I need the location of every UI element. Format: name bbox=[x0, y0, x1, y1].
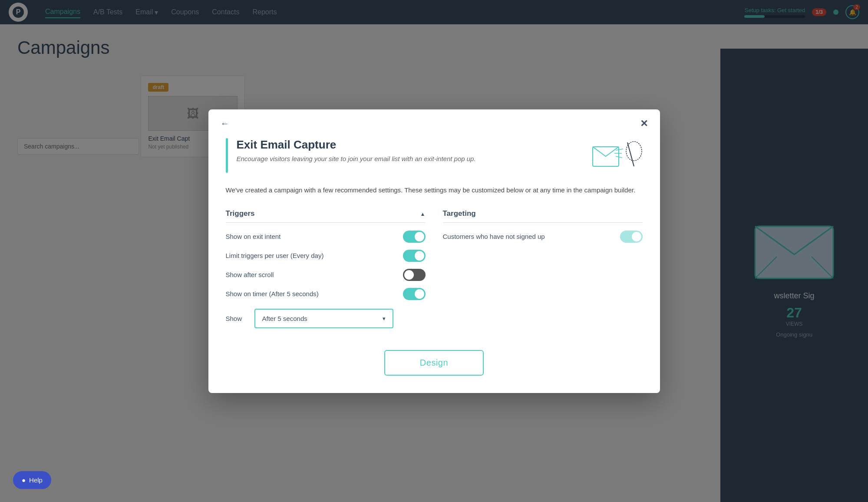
trigger-row-timer: Show on timer (After 5 seconds) bbox=[226, 288, 426, 300]
triggers-collapse-icon[interactable] bbox=[420, 209, 426, 218]
modal-back-button[interactable]: ← bbox=[221, 119, 229, 129]
modal-description: We've created a campaign with a few reco… bbox=[226, 185, 643, 195]
modal-close-button[interactable]: ✕ bbox=[640, 118, 648, 129]
modal-overlay[interactable]: ← ✕ Exit Email Capture Encourage visitor… bbox=[0, 0, 868, 502]
exit-intent-toggle-thumb bbox=[415, 232, 424, 241]
triggers-divider bbox=[226, 222, 426, 223]
modal-title-section: Exit Email Capture Encourage visitors le… bbox=[226, 138, 643, 173]
show-on-timer-toggle[interactable] bbox=[403, 288, 426, 300]
trigger-row-limit: Limit triggers per user (Every day) bbox=[226, 250, 426, 262]
teal-accent-bar bbox=[226, 138, 228, 173]
svg-line-6 bbox=[627, 142, 634, 166]
svg-line-8 bbox=[616, 149, 623, 150]
timer-toggle-thumb bbox=[415, 289, 424, 299]
help-label: Help bbox=[29, 476, 43, 484]
modal-body: Exit Email Capture Encourage visitors le… bbox=[208, 129, 660, 393]
modal-title-text: Exit Email Capture Encourage visitors le… bbox=[237, 138, 476, 162]
limit-triggers-toggle[interactable] bbox=[403, 250, 426, 262]
modal-title: Exit Email Capture bbox=[237, 138, 476, 152]
show-after-scroll-toggle[interactable] bbox=[403, 269, 426, 281]
exit-intent-label: Show on exit intent bbox=[226, 233, 281, 240]
modal-title-left: Exit Email Capture Encourage visitors le… bbox=[226, 138, 476, 173]
trigger-row-exit-intent: Show on exit intent bbox=[226, 231, 426, 243]
not-signed-up-label: Customers who have not signed up bbox=[443, 233, 545, 240]
show-after-scroll-label: Show after scroll bbox=[226, 271, 274, 278]
trigger-row-scroll: Show after scroll bbox=[226, 269, 426, 281]
limit-triggers-label: Limit triggers per user (Every day) bbox=[226, 252, 324, 259]
help-button[interactable]: ● Help bbox=[13, 471, 51, 489]
not-signed-up-toggle-thumb bbox=[632, 232, 641, 241]
limit-triggers-toggle-thumb bbox=[415, 251, 424, 261]
targeting-column: Targeting Customers who have not signed … bbox=[443, 209, 643, 328]
timer-dropdown[interactable]: After 5 seconds ▾ bbox=[254, 309, 393, 328]
show-label: Show bbox=[226, 315, 248, 322]
show-timer-row: Show After 5 seconds ▾ bbox=[226, 309, 426, 328]
exit-intent-toggle[interactable] bbox=[403, 231, 426, 243]
targeting-divider bbox=[443, 222, 643, 223]
targeting-section-title: Targeting bbox=[443, 209, 643, 218]
help-circle-icon: ● bbox=[22, 476, 26, 484]
svg-point-7 bbox=[626, 142, 642, 161]
modal-illustration bbox=[591, 138, 643, 173]
targeting-row-not-signed-up: Customers who have not signed up bbox=[443, 231, 643, 243]
show-on-timer-label: Show on timer (After 5 seconds) bbox=[226, 290, 319, 297]
timer-dropdown-value: After 5 seconds bbox=[262, 315, 307, 322]
not-signed-up-toggle[interactable] bbox=[620, 231, 643, 243]
scroll-toggle-thumb bbox=[404, 270, 414, 280]
two-column-layout: Triggers Show on exit intent Limit trigg… bbox=[226, 209, 643, 328]
triggers-section-title: Triggers bbox=[226, 209, 426, 218]
modal-subtitle: Encourage visitors leaving your site to … bbox=[237, 155, 476, 162]
timer-dropdown-arrow-icon: ▾ bbox=[383, 315, 386, 322]
modal-header: ← ✕ bbox=[208, 109, 660, 129]
design-button-row: Design bbox=[226, 350, 643, 376]
modal-dialog: ← ✕ Exit Email Capture Encourage visitor… bbox=[208, 109, 660, 393]
triggers-column: Triggers Show on exit intent Limit trigg… bbox=[226, 209, 426, 328]
design-button[interactable]: Design bbox=[384, 350, 484, 376]
